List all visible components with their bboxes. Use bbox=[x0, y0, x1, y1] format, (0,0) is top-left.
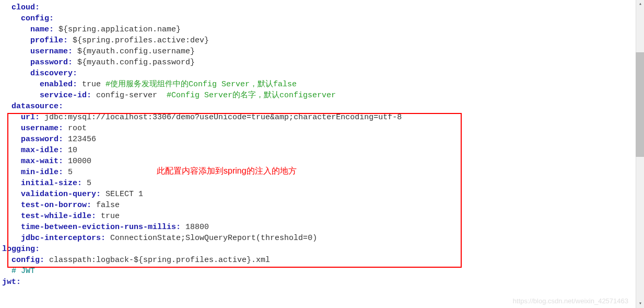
line-time-between: time-between-eviction-runs-millis: 18800 bbox=[2, 222, 627, 233]
line-initial-size: initial-size: 5 bbox=[2, 178, 627, 189]
line-ds-password: password: 123456 bbox=[2, 134, 627, 145]
line-validation-query: validation-query: SELECT 1 bbox=[2, 189, 627, 200]
line-max-idle: max-idle: 10 bbox=[2, 145, 627, 156]
annotation-text: 此配置内容添加到spring的注入的地方 bbox=[157, 165, 297, 177]
scrollbar-down-button[interactable]: ▾ bbox=[636, 300, 644, 308]
yaml-code-block: cloud: config: name: ${spring.applicatio… bbox=[0, 0, 627, 290]
line-ds-username: username: root bbox=[2, 123, 627, 134]
line-logging: logging: bbox=[2, 244, 627, 255]
watermark-text: https://blog.csdn.net/weixin_42571463 bbox=[513, 296, 628, 306]
line-logging-config: config: classpath:logback-${spring.profi… bbox=[2, 255, 627, 266]
line-profile: profile: ${spring.profiles.active:dev} bbox=[2, 35, 627, 46]
line-discovery: discovery: bbox=[2, 68, 627, 79]
line-max-wait: max-wait: 10000 bbox=[2, 156, 627, 167]
line-username-config: username: ${myauth.config.username} bbox=[2, 46, 627, 57]
scrollbar-up-button[interactable]: ▴ bbox=[636, 0, 644, 8]
line-url: url: jdbc:mysql://localhost:3306/demo?us… bbox=[2, 112, 627, 123]
line-min-idle: min-idle: 5 bbox=[2, 167, 627, 178]
line-jwt-comment: # JWT bbox=[2, 266, 627, 277]
line-jdbc-interceptors: jdbc-interceptors: ConnectionState;SlowQ… bbox=[2, 233, 627, 244]
line-jwt: jwt: bbox=[2, 277, 627, 288]
line-enabled: enabled: true #使用服务发现组件中的Config Server，默… bbox=[2, 79, 627, 90]
line-test-while-idle: test-while-idle: true bbox=[2, 211, 627, 222]
line-password-config: password: ${myauth.config.password} bbox=[2, 57, 627, 68]
scrollbar-track[interactable]: ▴ ▾ bbox=[636, 0, 644, 308]
line-test-on-borrow: test-on-borrow: false bbox=[2, 200, 627, 211]
line-name: name: ${spring.application.name} bbox=[2, 24, 627, 35]
line-cloud: cloud: bbox=[2, 2, 627, 13]
line-service-id: service-id: config-server #Config Server… bbox=[2, 90, 627, 101]
scrollbar-thumb[interactable] bbox=[636, 52, 644, 157]
line-config: config: bbox=[2, 13, 627, 24]
line-datasource: datasource: bbox=[2, 101, 627, 112]
